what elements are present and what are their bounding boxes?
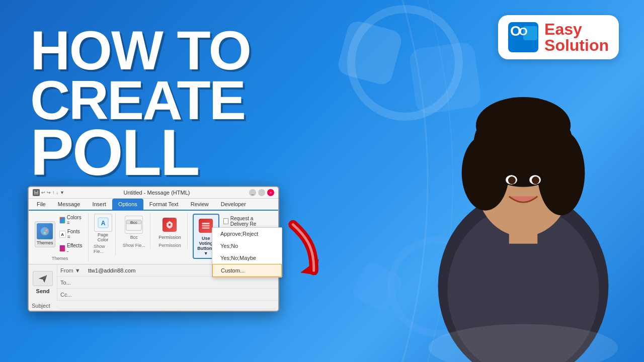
to-label: To...: [60, 280, 88, 286]
from-label: From ▼: [60, 267, 88, 274]
bcc-icon: Bcc: [125, 216, 143, 234]
svg-point-23: [44, 232, 46, 234]
tab-format-text[interactable]: Format Text: [143, 199, 185, 210]
permission-group: Permission Permission: [152, 213, 188, 249]
themes-button[interactable]: Themes: [35, 221, 55, 247]
tab-insert[interactable]: Insert: [86, 199, 112, 210]
voting-dropdown: Approve;Reject Yes;No Yes;No;Maybe Custo…: [212, 227, 282, 278]
themes-content: Themes Colors = A Fonts = Effects -: [35, 214, 85, 255]
customize-icon[interactable]: ▼: [60, 190, 64, 195]
to-field-row[interactable]: To...: [57, 277, 278, 289]
redo-icon[interactable]: ↪: [47, 190, 51, 195]
colors-button[interactable]: Colors =: [57, 214, 85, 227]
bcc-group: Bcc Bcc Show Fie...: [118, 213, 150, 249]
heading-poll: POLL: [30, 125, 251, 180]
tab-options[interactable]: Options: [112, 199, 143, 210]
undo-icon[interactable]: ↩: [41, 190, 45, 195]
permission-button[interactable]: Permission: [155, 214, 184, 242]
send-col: Send: [29, 264, 57, 301]
fonts-icon: A: [59, 231, 66, 238]
show-fields-content: A PageColor: [94, 214, 112, 243]
svg-text:Bcc: Bcc: [130, 220, 137, 225]
bcc-group-label: Show Fie...: [123, 243, 145, 248]
outlook-window: ↩ ↪ ↑ ↓ ▼ Untitled - Message (HTML) _ × …: [28, 186, 279, 312]
yes-no-option[interactable]: Yes;No: [212, 240, 282, 252]
from-value: ttw1@addin88.com: [88, 267, 135, 274]
bcc-label: Bcc: [130, 235, 138, 240]
fonts-label: Fonts =: [67, 229, 83, 240]
approve-reject-option[interactable]: Approve;Reject: [212, 228, 282, 240]
svg-point-15: [532, 176, 539, 184]
tab-review[interactable]: Review: [185, 199, 215, 210]
show-fields-label: Show Fie...: [94, 244, 112, 254]
cc-value[interactable]: [88, 291, 275, 298]
cc-label: Cc...: [60, 292, 88, 298]
svg-point-14: [508, 176, 516, 184]
to-value[interactable]: [88, 279, 275, 286]
svg-rect-19: [35, 193, 38, 195]
up-arrow-icon[interactable]: ↑: [52, 190, 55, 195]
tab-message[interactable]: Message: [52, 199, 87, 210]
permission-icon: [160, 216, 179, 234]
subject-label: Subject: [32, 303, 59, 309]
save-icon[interactable]: [33, 189, 40, 196]
svg-text:O: O: [510, 23, 521, 39]
subject-row: Subject: [29, 301, 278, 311]
page-color-button[interactable]: A PageColor: [94, 214, 112, 243]
svg-rect-30: [202, 223, 210, 224]
tab-file[interactable]: File: [31, 199, 52, 210]
svg-point-21: [42, 229, 44, 232]
effects-label: Effects -: [67, 243, 83, 254]
window-title: Untitled - Message (HTML): [68, 190, 245, 196]
svg-point-22: [45, 229, 48, 232]
minimize-icon[interactable]: _: [249, 189, 256, 196]
title-bar: ↩ ↪ ↑ ↓ ▼ Untitled - Message (HTML) _ ×: [29, 187, 278, 199]
send-button[interactable]: Send: [36, 288, 50, 294]
permission-group-label: Permission: [158, 243, 181, 248]
colors-icon: [59, 217, 65, 224]
colors-label: Colors =: [67, 215, 83, 226]
effects-button[interactable]: Effects -: [57, 242, 85, 255]
send-icon[interactable]: [33, 271, 53, 286]
page-color-label: PageColor: [98, 233, 109, 243]
custom-option[interactable]: Custom...: [212, 264, 282, 277]
maximize-icon[interactable]: [258, 189, 265, 196]
main-heading: HOW TO CREATE POLL: [30, 25, 251, 180]
heading-how-to: HOW TO: [30, 25, 251, 75]
down-arrow-icon[interactable]: ↓: [56, 190, 59, 195]
themes-label: Themes: [37, 240, 53, 245]
delivery-checkbox[interactable]: [223, 218, 228, 224]
show-fields-group: A PageColor Show Fie...: [91, 213, 116, 255]
person-image: [403, 40, 644, 362]
delivery-label: Request a Delivery Re: [230, 216, 270, 227]
permission-label: Permission: [158, 235, 181, 240]
svg-rect-31: [202, 225, 210, 227]
cc-field-row[interactable]: Cc...: [57, 289, 278, 301]
ribbon-tabs: File Message Insert Options Format Text …: [29, 199, 278, 211]
theme-options: Colors = A Fonts = Effects -: [57, 214, 85, 255]
close-icon[interactable]: ×: [267, 189, 274, 196]
page-color-icon: A: [94, 214, 112, 232]
svg-point-29: [169, 224, 171, 226]
themes-group: Themes Colors = A Fonts = Effects -: [32, 213, 89, 262]
yes-no-maybe-option[interactable]: Yes;No;Maybe: [212, 252, 282, 264]
svg-point-20: [41, 227, 49, 236]
bcc-button[interactable]: Bcc Bcc: [121, 214, 147, 242]
svg-rect-32: [202, 227, 210, 229]
svg-point-11: [476, 97, 571, 154]
fonts-button[interactable]: A Fonts =: [57, 228, 85, 241]
svg-text:A: A: [101, 220, 105, 227]
delivery-receipt-check[interactable]: Request a Delivery Re: [223, 216, 270, 227]
effects-icon: [59, 245, 65, 252]
themes-icon: [37, 223, 53, 239]
tab-developer[interactable]: Developer: [215, 199, 252, 210]
themes-group-label: Themes: [52, 256, 68, 261]
svg-rect-18: [35, 191, 37, 192]
subject-input[interactable]: [59, 302, 275, 309]
